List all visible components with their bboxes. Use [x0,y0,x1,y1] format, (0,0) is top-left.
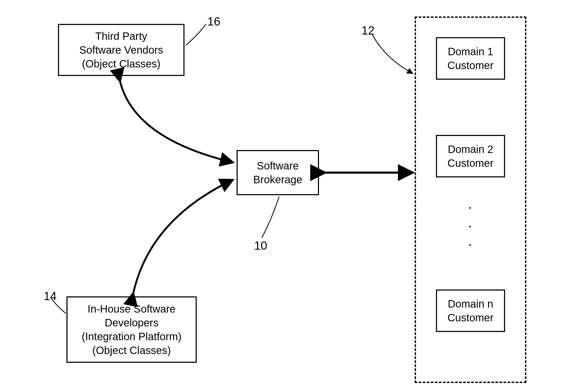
connectors [0,0,588,392]
